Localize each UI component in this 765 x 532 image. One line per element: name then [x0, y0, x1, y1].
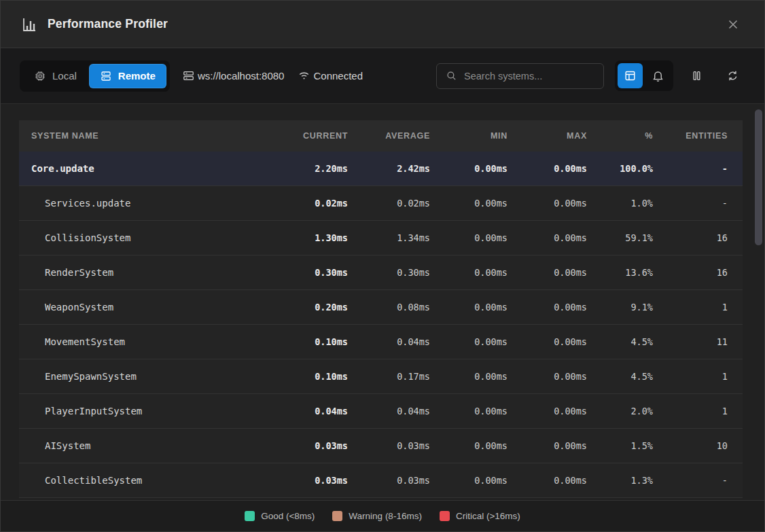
- table-row[interactable]: CollectibleSystem 0.03ms 0.03ms 0.00ms 0…: [19, 463, 743, 498]
- table-row[interactable]: RenderSystem 0.30ms 0.30ms 0.00ms 0.00ms…: [19, 255, 743, 290]
- vertical-scrollbar[interactable]: [754, 105, 763, 499]
- toolbar-right: [436, 60, 745, 91]
- search-input[interactable]: [464, 71, 594, 82]
- local-toggle-button[interactable]: Local: [23, 64, 88, 88]
- connection-url: ws://localhost:8080: [182, 69, 285, 82]
- legend-swatch: [245, 511, 255, 521]
- table-row[interactable]: EnemySpawnSystem 0.10ms 0.17ms 0.00ms 0.…: [19, 359, 743, 394]
- column-header-percent[interactable]: %: [587, 131, 653, 141]
- table-body: Core.update 2.20ms 2.42ms 0.00ms 0.00ms …: [19, 152, 743, 498]
- performance-profiler-window: Performance Profiler Local: [0, 0, 765, 532]
- table-view-button[interactable]: [618, 63, 643, 88]
- table-row[interactable]: AISystem 0.03ms 0.03ms 0.00ms 0.00ms 1.5…: [19, 429, 743, 463]
- table-header-row: SYSTEM NAME CURRENT AVERAGE MIN MAX % EN…: [19, 120, 743, 152]
- column-header-average[interactable]: AVERAGE: [348, 131, 430, 141]
- systems-table: SYSTEM NAME CURRENT AVERAGE MIN MAX % EN…: [19, 120, 743, 498]
- profiler-content: SYSTEM NAME CURRENT AVERAGE MIN MAX % EN…: [1, 104, 764, 500]
- remote-toggle-button[interactable]: Remote: [89, 64, 166, 88]
- refresh-icon: [726, 69, 739, 82]
- close-icon[interactable]: [722, 14, 744, 35]
- legend-item: Good (<8ms): [245, 511, 315, 521]
- legend-label: Warning (8-16ms): [349, 511, 422, 521]
- table-icon: [624, 69, 637, 82]
- page-title: Performance Profiler: [48, 17, 168, 31]
- table-row[interactable]: WeaponSystem 0.20ms 0.08ms 0.00ms 0.00ms…: [19, 290, 743, 325]
- legend-item: Warning (8-16ms): [332, 511, 422, 521]
- column-header-min[interactable]: MIN: [430, 131, 508, 141]
- column-header-current[interactable]: CURRENT: [272, 131, 348, 141]
- column-header-max[interactable]: MAX: [508, 131, 587, 141]
- legend-footer: Good (<8ms) Warning (8-16ms) Critical (>…: [1, 500, 764, 531]
- cpu-chip-icon: [34, 70, 46, 82]
- remote-toggle-label: Remote: [118, 70, 156, 82]
- bar-chart-icon: [21, 16, 37, 33]
- source-toggle-group: Local Remote: [20, 60, 170, 92]
- column-header-entities[interactable]: ENTITIES: [653, 131, 728, 141]
- legend-label: Good (<8ms): [261, 511, 315, 521]
- legend-item: Critical (>16ms): [440, 511, 520, 521]
- refresh-button[interactable]: [720, 63, 745, 88]
- column-header-system-name[interactable]: SYSTEM NAME: [31, 131, 272, 141]
- toolbar: Local Remote ws://localhost:8080: [1, 48, 764, 104]
- table-row[interactable]: Core.update 2.20ms 2.42ms 0.00ms 0.00ms …: [19, 152, 743, 186]
- bell-icon: [652, 69, 664, 82]
- legend-swatch: [440, 511, 450, 521]
- local-toggle-label: Local: [52, 70, 77, 82]
- table-row[interactable]: MovementSystem 0.10ms 0.04ms 0.00ms 0.00…: [19, 325, 743, 359]
- table-row[interactable]: CollisionSystem 1.30ms 1.34ms 0.00ms 0.0…: [19, 221, 743, 255]
- pause-button[interactable]: [684, 63, 709, 88]
- search-icon: [446, 70, 457, 82]
- server-icon: [100, 70, 112, 82]
- view-toggle-group: [615, 60, 673, 91]
- scrollbar-thumb[interactable]: [755, 109, 762, 245]
- table-row[interactable]: PlayerInputSystem 0.04ms 0.04ms 0.00ms 0…: [19, 394, 743, 429]
- connection-status: Connected: [298, 69, 363, 82]
- connection-info: ws://localhost:8080 Connected: [182, 69, 363, 82]
- legend-label: Critical (>16ms): [456, 511, 520, 521]
- title-bar: Performance Profiler: [1, 1, 764, 48]
- legend-swatch: [332, 511, 342, 521]
- wifi-icon: [298, 69, 310, 82]
- server-stack-icon: [182, 69, 195, 82]
- pause-icon: [690, 69, 703, 82]
- table-row[interactable]: Services.update 0.02ms 0.02ms 0.00ms 0.0…: [19, 186, 743, 221]
- alerts-button[interactable]: [645, 63, 671, 88]
- search-box: [436, 63, 604, 89]
